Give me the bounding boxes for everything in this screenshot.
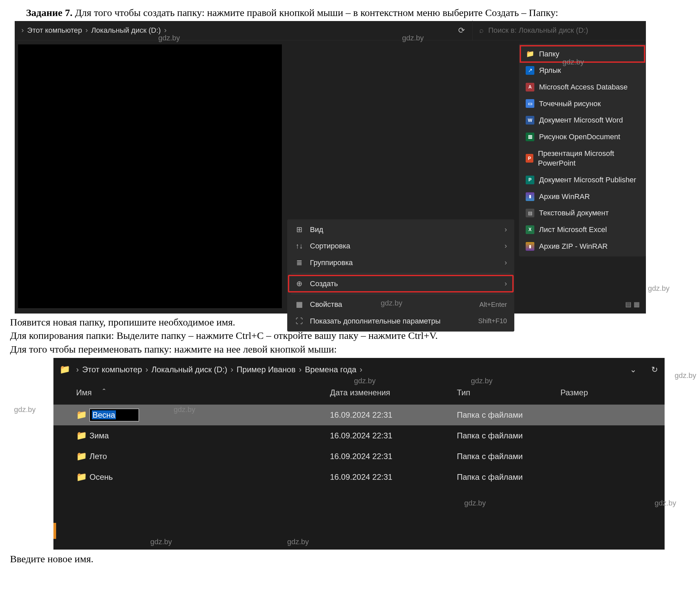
chevron-right-icon: › — [505, 258, 507, 268]
sub-word[interactable]: W Документ Microsoft Word — [520, 112, 644, 129]
sub-label: Архив ZIP - WinRAR — [539, 241, 608, 251]
watermark: gdz.by — [648, 283, 670, 294]
chevron-icon[interactable]: › — [73, 364, 82, 375]
ctx-sort[interactable]: ↑↓ Сортировка › — [288, 238, 513, 254]
search-placeholder: Поиск в: Локальный диск (D:) — [488, 25, 588, 35]
shortcut-hint: Shift+F10 — [478, 316, 507, 326]
cell-date: 16.09.2024 22:31 — [330, 472, 457, 482]
accent-stripe — [54, 523, 56, 539]
ctx-label: Свойства — [310, 299, 342, 310]
sub-zip[interactable]: ▮ Архив ZIP - WinRAR — [520, 238, 644, 255]
sort-asc-icon: ˆ — [103, 387, 105, 397]
txt-icon: ▤ — [526, 209, 534, 217]
folder-icon: 📁 — [526, 49, 534, 58]
cell-date: 16.09.2024 22:31 — [330, 410, 457, 420]
ctx-label: Создать — [310, 279, 338, 289]
ctx-label: Вид — [310, 225, 323, 235]
cell-date: 16.09.2024 22:31 — [330, 451, 457, 462]
ppt-icon: P — [526, 154, 533, 163]
column-header-size[interactable]: Размер — [561, 387, 627, 398]
access-icon: A — [526, 83, 534, 91]
folder-name-editing[interactable]: Весна — [90, 409, 330, 421]
pub-icon: P — [526, 176, 534, 184]
cell-type: Папка с файлами — [457, 430, 561, 441]
sub-label: Архив WinRAR — [539, 192, 590, 202]
sub-label: Microsoft Access Database — [539, 82, 627, 92]
breadcrumb-segment[interactable]: Локальный диск (D:) — [151, 364, 227, 375]
paragraph-rename-folder: Для того чтобы переименовать папку: нажм… — [10, 343, 690, 356]
sub-txt[interactable]: ▤ Текстовый документ — [520, 205, 644, 221]
group-icon: ≣ — [295, 258, 304, 268]
chevron-icon: › — [356, 364, 366, 375]
shortcut-hint: Alt+Enter — [479, 300, 507, 309]
ctx-new[interactable]: ⊕ Создать › — [288, 275, 513, 292]
column-header-type[interactable]: Тип — [457, 387, 561, 398]
details-view-icon[interactable]: ▤ — [625, 300, 631, 309]
ctx-label: Группировка — [310, 258, 353, 268]
refresh-icon[interactable]: ⟳ — [458, 25, 465, 36]
word-icon: W — [526, 116, 534, 124]
table-row[interactable]: 📁 Весна 16.09.2024 22:31 Папка с файлами — [54, 405, 665, 426]
task-text: Для того чтобы создать папку: нажмите пр… — [75, 7, 558, 18]
column-header-date[interactable]: Дата изменения — [330, 387, 457, 398]
sub-xls[interactable]: X Лист Microsoft Excel — [520, 221, 644, 238]
sub-pub[interactable]: P Документ Microsoft Publisher — [520, 172, 644, 188]
divider — [291, 294, 510, 294]
folder-icon: 📁 — [76, 430, 90, 442]
watermark: gdz.by — [14, 405, 36, 415]
ctx-properties[interactable]: ▦ Свойства Alt+Enter — [288, 296, 513, 313]
column-header-name[interactable]: Имя ˆ — [76, 387, 330, 398]
grid-view-icon[interactable]: ▦ — [634, 300, 640, 309]
cell-name: Зима — [90, 430, 330, 441]
sub-label: Презентация Microsoft PowerPoint — [538, 149, 639, 168]
breadcrumb-segment[interactable]: Пример Иванов — [237, 364, 296, 375]
sub-bitmap[interactable]: ▭ Точечный рисунок — [520, 95, 644, 112]
shortcut-icon: ↗ — [526, 66, 534, 75]
task-label: Задание 7. — [26, 7, 73, 18]
sub-label: Папку — [539, 49, 560, 59]
breadcrumb-segment[interactable]: Локальный диск (D:) — [91, 25, 161, 35]
ctx-label: Сортировка — [310, 241, 350, 251]
chevron-icon: › — [227, 364, 237, 375]
submenu-new: 📁 Папку ↗ Ярлык A Microsoft Access Datab… — [519, 44, 646, 257]
folder-icon: 📁 — [76, 450, 90, 462]
sub-odg[interactable]: ▥ Рисунок OpenDocument — [520, 129, 644, 145]
empty-folder-body[interactable] — [18, 44, 282, 308]
cell-type: Папка с файлами — [457, 410, 561, 420]
table-row[interactable]: 📁 Зима 16.09.2024 22:31 Папка с файлами — [54, 426, 665, 446]
screenshot-context-menu: › Этот компьютер › Локальный диск (D:) ›… — [15, 21, 669, 314]
sub-ppt[interactable]: P Презентация Microsoft PowerPoint — [520, 145, 644, 172]
sub-label: Точечный рисунок — [539, 99, 601, 109]
table-row[interactable]: 📁 Лето 16.09.2024 22:31 Папка с файлами — [54, 446, 665, 467]
breadcrumb-bar: › Этот компьютер › Локальный диск (D:) ›… — [15, 21, 646, 40]
chevron-right-icon: › — [505, 225, 507, 235]
view-mode-toggle[interactable]: ▤ ▦ — [625, 300, 640, 309]
table-row[interactable]: 📁 Осень 16.09.2024 22:31 Папка с файлами — [54, 467, 665, 488]
chevron-icon: › — [296, 364, 305, 375]
chevron-icon[interactable]: › — [18, 25, 27, 35]
sub-folder[interactable]: 📁 Папку — [520, 46, 644, 62]
paragraph-enter-new-name: Введите новое имя. — [10, 552, 690, 566]
properties-icon: ▦ — [295, 299, 304, 310]
ctx-more-options[interactable]: ⛶ Показать дополнительные параметры Shif… — [288, 313, 513, 330]
sub-rar[interactable]: ▮ Архив WinRAR — [520, 188, 644, 205]
chevron-icon: › — [82, 25, 91, 35]
chevron-down-icon[interactable]: ⌄ — [630, 364, 637, 375]
rename-input[interactable]: Весна — [90, 409, 139, 421]
cell-name: Осень — [90, 472, 330, 482]
sub-label: Лист Microsoft Excel — [539, 225, 607, 235]
chevron-right-icon: › — [505, 279, 507, 289]
sub-label: Рисунок OpenDocument — [539, 132, 620, 142]
sub-shortcut[interactable]: ↗ Ярлык — [520, 62, 644, 79]
refresh-icon[interactable]: ↻ — [651, 364, 658, 375]
folder-icon: 📁 — [76, 471, 90, 483]
breadcrumb-segment[interactable]: Этот компьютер — [27, 25, 82, 35]
ctx-view[interactable]: ⊞ Вид › — [288, 221, 513, 238]
ctx-group[interactable]: ≣ Группировка › — [288, 254, 513, 271]
search-icon: ⌕ — [479, 25, 483, 35]
breadcrumb-segment[interactable]: Этот компьютер — [82, 364, 142, 375]
sub-access[interactable]: A Microsoft Access Database — [520, 79, 644, 95]
search-input[interactable]: ⌕ Поиск в: Локальный диск (D:) — [472, 21, 646, 40]
breadcrumb-segment[interactable]: Времена года — [305, 364, 356, 375]
chevron-right-icon: › — [505, 241, 507, 251]
